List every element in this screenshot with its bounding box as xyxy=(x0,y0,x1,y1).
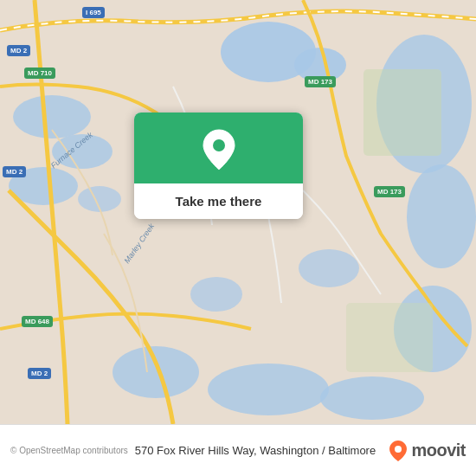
moovit-brand-text: moovit xyxy=(411,441,466,460)
badge-md710: MD 710 xyxy=(24,68,55,79)
badge-md173-top: MD 173 xyxy=(305,76,336,87)
svg-point-12 xyxy=(320,376,424,420)
badge-i695: I 695 xyxy=(82,7,105,18)
popup-green-area xyxy=(134,113,303,183)
map-container: Furnace Creek Marley Creek I 695 MD 2 MD… xyxy=(0,0,476,424)
copyright-text: © OpenStreetMap contributors xyxy=(10,446,128,455)
badge-md2-bottom: MD 2 xyxy=(28,368,51,379)
svg-rect-16 xyxy=(346,303,433,372)
moovit-pin-icon xyxy=(389,440,408,462)
address-text: 570 Fox River Hills Way, Washington / Ba… xyxy=(135,444,383,457)
svg-point-6 xyxy=(13,95,91,138)
badge-md173-right: MD 173 xyxy=(374,186,405,197)
popup-card: Take me there xyxy=(134,113,303,219)
badge-md2-top: MD 2 xyxy=(7,45,30,56)
take-me-there-button[interactable]: Take me there xyxy=(134,183,303,219)
location-pin-icon xyxy=(200,128,238,171)
svg-point-10 xyxy=(113,346,199,398)
svg-point-11 xyxy=(208,363,329,415)
svg-point-19 xyxy=(213,139,225,151)
svg-point-4 xyxy=(407,164,476,268)
svg-point-13 xyxy=(190,277,242,312)
bottom-bar: © OpenStreetMap contributors 570 Fox Riv… xyxy=(0,424,476,476)
svg-point-14 xyxy=(299,249,359,287)
svg-point-20 xyxy=(395,446,402,453)
moovit-logo: moovit xyxy=(389,440,466,462)
badge-md648: MD 648 xyxy=(22,316,53,327)
badge-md2-mid: MD 2 xyxy=(3,166,26,177)
svg-rect-15 xyxy=(363,69,441,156)
